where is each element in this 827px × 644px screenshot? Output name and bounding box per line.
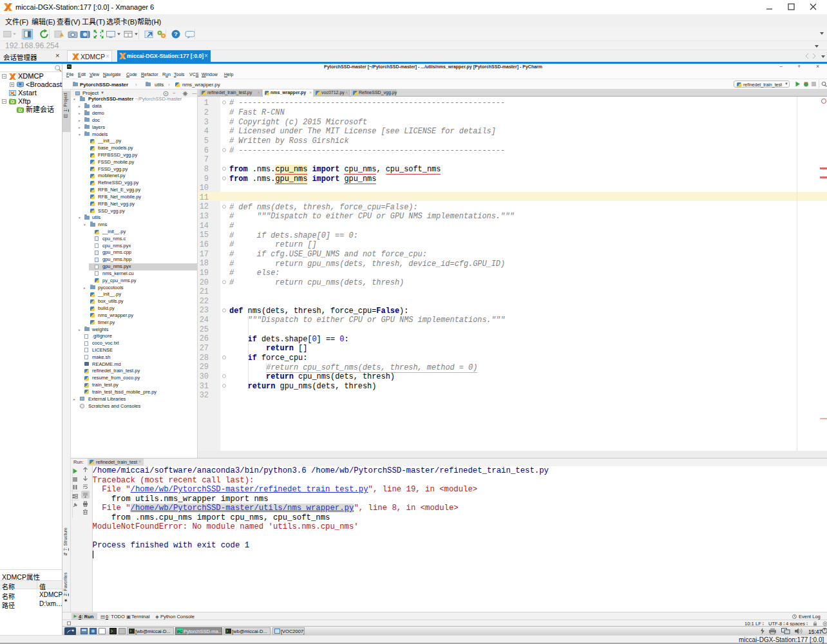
svg-text:?: ? xyxy=(174,30,178,37)
svg-text:PC: PC xyxy=(177,630,183,634)
